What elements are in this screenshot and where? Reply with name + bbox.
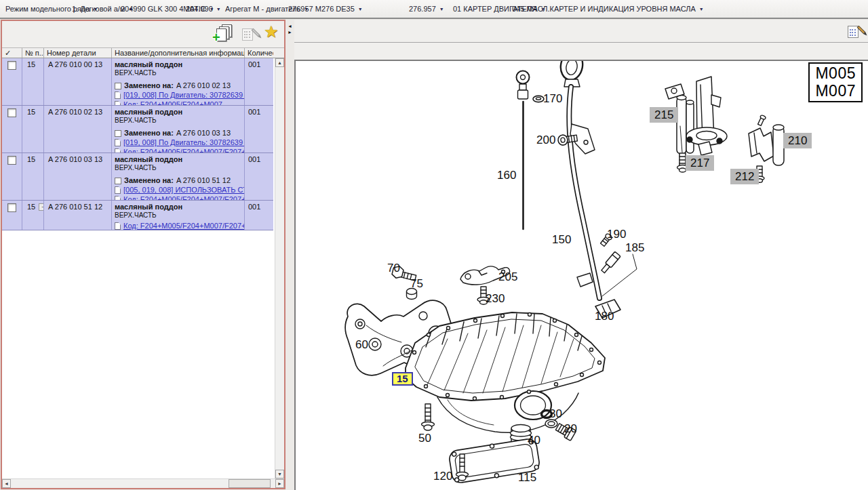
replaced-value: A 276 010 02 13	[176, 81, 231, 90]
replaced-checkbox[interactable]	[115, 83, 121, 89]
callout-30[interactable]: 30	[549, 407, 562, 420]
row-select-checkbox[interactable]	[7, 203, 16, 212]
footnote-doc-icon	[115, 186, 121, 194]
callout-180[interactable]: 180	[595, 310, 614, 323]
callout-layer: 1702001601501901851802152172102127075205…	[296, 61, 868, 490]
callout-205[interactable]: 205	[498, 270, 517, 283]
favorites-star-button[interactable]: ★	[264, 22, 279, 41]
callout-50[interactable]: 50	[418, 432, 431, 445]
diagram-toolbar	[294, 20, 868, 43]
footnote-link[interactable]: [019, 008] По Двигатель: 30782639 П	[123, 138, 245, 147]
callout-150[interactable]: 150	[552, 233, 571, 246]
callout-40[interactable]: 40	[528, 434, 540, 447]
header-pos: № п...	[22, 48, 44, 58]
scroll-down-button[interactable]: ▼	[275, 470, 284, 478]
collapse-left-icon[interactable]: ◄	[288, 24, 292, 29]
code-link[interactable]: Код: F204+M005/F204+M007/F207+M...	[123, 222, 245, 230]
footnote-doc-icon	[115, 148, 121, 152]
part-subtitle: ВЕРХ.ЧАСТЬ	[115, 117, 244, 125]
callout-20[interactable]: 20	[564, 422, 577, 435]
replaced-checkbox[interactable]	[115, 130, 121, 137]
row-select-checkbox[interactable]	[7, 156, 16, 165]
callout-15[interactable]: 15	[392, 372, 413, 386]
horizontal-scroll-thumb[interactable]	[229, 479, 271, 488]
part-subtitle: ВЕРХ.ЧАСТЬ	[115, 164, 244, 172]
plus-icon: +	[212, 30, 220, 45]
row-select-checkbox[interactable]	[7, 61, 16, 70]
filter-engine[interactable]: 276957 M276 DE35▼	[288, 5, 363, 13]
callout-217[interactable]: 217	[686, 155, 714, 171]
footnote-link[interactable]: [005, 019, 008] ИСПОЛЬЗОВАТЬ СТАРЫ	[123, 186, 245, 195]
filter-subgroup[interactable]: 045 МАСЛ.КАРТЕР И ИНДИКАЦИЯ УРОВНЯ МАСЛА…	[512, 5, 704, 13]
dropdown-arrow-icon: ▼	[439, 7, 444, 12]
filter-model-code[interactable]: 204.990▼	[186, 5, 221, 13]
footnote-doc-icon	[115, 101, 121, 105]
filter-label: 276.957	[409, 5, 436, 13]
replaced-value: A 276 010 03 13	[176, 129, 231, 138]
row-select-checkbox[interactable]	[7, 108, 16, 117]
row-part-number: A 276 010 03 13	[44, 153, 112, 200]
model-context-toolbar: Режим модельного ряда▼1. Легковой а/м▼20…	[0, 0, 868, 19]
callout-215[interactable]: 215	[650, 107, 678, 123]
callout-212[interactable]: 212	[730, 169, 759, 184]
callout-170[interactable]: 170	[543, 92, 562, 105]
row-part-number: A 276 010 00 13	[44, 58, 112, 105]
add-to-list-button[interactable]: +	[214, 24, 235, 44]
callout-75[interactable]: 75	[410, 277, 423, 290]
row-part-number: A 276 010 51 12	[44, 201, 112, 230]
parts-table-header: ✓ № п... Номер детали Название/дополните…	[2, 47, 284, 58]
diagram-canvas: 1702001601501901851802152172102127075205…	[294, 60, 868, 490]
table-vertical-scrollbar[interactable]: ▲ ▼	[275, 58, 284, 478]
filter-label: 276957 M276 DE35	[288, 5, 355, 13]
diagram-panel: 1702001601501901851802152172102127075205…	[294, 20, 868, 490]
filter-engine-code[interactable]: 276.957▼	[409, 5, 444, 13]
callout-185[interactable]: 185	[625, 241, 644, 254]
sheet-code-line: M005	[815, 64, 856, 82]
part-name: масляный поддон	[115, 108, 244, 117]
filter-label: 204.990	[186, 5, 213, 13]
callout-60[interactable]: 60	[355, 338, 368, 351]
replaced-checkbox[interactable]	[115, 178, 121, 184]
callout-120[interactable]: 120	[433, 470, 452, 483]
callout-190[interactable]: 190	[607, 228, 626, 241]
parts-panel-toolbar: + ★	[2, 21, 284, 47]
scroll-right-button[interactable]: ►	[275, 479, 284, 488]
callout-115[interactable]: 115	[518, 471, 536, 484]
table-row[interactable]: 15 A 276 010 03 13 масляный поддон ВЕРХ.…	[2, 153, 273, 201]
sheet-code-box: M005 M007	[808, 62, 863, 102]
replaced-label: Заменено на:	[124, 129, 174, 138]
code-link[interactable]: Код: F204+M005/F204+M007/F207+M...	[123, 195, 245, 200]
replaced-label: Заменено на:	[124, 176, 174, 185]
part-subtitle: ВЕРХ.ЧАСТЬ	[115, 69, 244, 77]
dropdown-arrow-icon: ▼	[358, 7, 363, 12]
table-row[interactable]: 15 A 276 010 02 13 масляный поддон ВЕРХ.…	[2, 106, 273, 153]
panel-splitter[interactable]: ◄ ►	[285, 20, 294, 490]
collapse-right-icon[interactable]: ►	[288, 30, 292, 35]
callout-160[interactable]: 160	[497, 169, 516, 182]
scroll-left-button[interactable]: ◄	[2, 479, 11, 488]
callout-210[interactable]: 210	[783, 133, 812, 148]
code-link[interactable]: Код: F204+M005/F204+M007/F207+M...	[123, 148, 245, 152]
part-name: масляный поддон	[115, 155, 244, 164]
replaced-value: A 276 010 51 12	[176, 176, 231, 185]
row-pos: 15	[22, 106, 44, 152]
edit-note-button[interactable]	[846, 23, 864, 41]
callout-70[interactable]: 70	[387, 262, 400, 274]
filter-label: 045 МАСЛ.КАРТЕР И ИНДИКАЦИЯ УРОВНЯ МАСЛА	[512, 5, 696, 13]
row-qty: 001	[245, 106, 273, 152]
header-qty: Количес	[245, 48, 273, 58]
row-qty: 001	[245, 58, 273, 105]
row-expander-button[interactable]: -	[39, 203, 44, 211]
row-pos: 15	[22, 58, 44, 105]
footnote-doc-icon	[115, 196, 121, 200]
scroll-up-button[interactable]: ▲	[275, 58, 284, 67]
callout-230[interactable]: 230	[486, 292, 505, 305]
header-check: ✓	[2, 48, 22, 58]
table-row[interactable]: 15- A 276 010 51 12 масляный поддон ВЕРХ…	[2, 201, 273, 230]
code-link[interactable]: Код: F204+M005/F204+M007	[123, 100, 222, 105]
sheet-code-line: M007	[815, 82, 856, 100]
callout-200[interactable]: 200	[536, 134, 555, 146]
table-horizontal-scrollbar[interactable]: ◄ ►	[2, 478, 284, 488]
table-row[interactable]: 15 A 276 010 00 13 масляный поддон ВЕРХ.…	[2, 58, 273, 106]
footnote-link[interactable]: [019, 008] По Двигатель: 30782639 П	[123, 91, 245, 100]
